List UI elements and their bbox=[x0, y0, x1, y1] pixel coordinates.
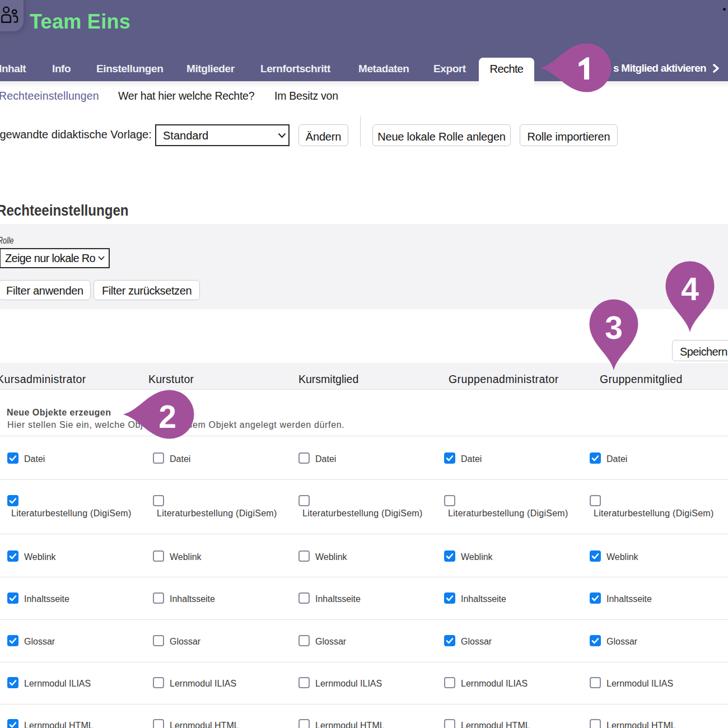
svg-text:2: 2 bbox=[158, 399, 176, 435]
svg-text:4: 4 bbox=[681, 271, 699, 307]
svg-text:3: 3 bbox=[605, 310, 623, 346]
